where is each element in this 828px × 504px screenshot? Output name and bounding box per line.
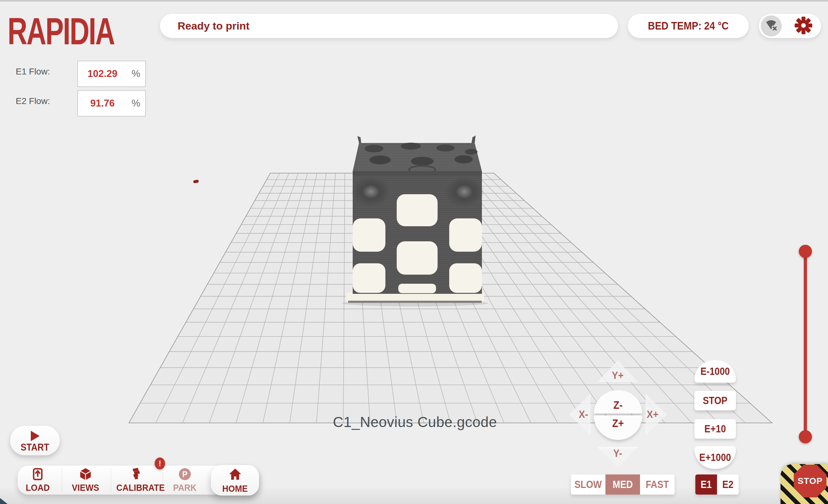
extrude-minus-1000-label: E-1000: [700, 366, 730, 377]
calibrate-label: CALIBRATE: [116, 482, 165, 493]
views-button[interactable]: VIEWS: [66, 466, 105, 495]
park-label: PARK: [173, 482, 197, 493]
home-icon: [211, 468, 259, 481]
layer-slider-bottom-handle[interactable]: [799, 430, 812, 444]
layer-slider-track[interactable]: [804, 251, 807, 437]
extruder-e2-button[interactable]: E2: [717, 474, 739, 495]
calibrate-alert-badge: !: [155, 458, 165, 469]
play-icon: [31, 431, 40, 441]
load-button[interactable]: LOAD: [18, 466, 57, 495]
jog-z-minus-label: Z-: [613, 399, 622, 412]
home-button[interactable]: HOME: [211, 465, 259, 496]
jog-speed-selector: SLOW MED FAST: [571, 474, 674, 495]
extrude-stop-label: STOP: [703, 395, 728, 406]
speed-fast-button[interactable]: FAST: [640, 474, 674, 495]
speed-slow-label: SLOW: [575, 478, 602, 490]
extrude-plus-10-label: E+10: [704, 423, 726, 434]
speed-slow-button[interactable]: SLOW: [571, 474, 606, 495]
extrude-stop-button[interactable]: STOP: [694, 391, 736, 410]
load-label: LOAD: [26, 482, 50, 493]
jog-y-plus-label: Y+: [612, 370, 624, 381]
speed-fast-label: FAST: [646, 478, 669, 490]
jog-x-plus-label: X+: [647, 409, 659, 420]
start-label: START: [20, 442, 49, 453]
calibrate-icon: [116, 468, 155, 481]
extruder-e1-label: E1: [701, 478, 712, 490]
emergency-stop-label: STOP: [797, 476, 823, 486]
extruder-e2-label: E2: [722, 478, 733, 490]
start-button[interactable]: START: [10, 426, 60, 455]
extruder-e1-button[interactable]: E1: [695, 474, 717, 495]
toolbar-divider: [111, 468, 111, 492]
calibrate-button[interactable]: CALIBRATE: [116, 466, 155, 495]
extrude-plus-10-button[interactable]: E+10: [694, 419, 736, 438]
emergency-stop-button[interactable]: STOP: [794, 465, 826, 497]
toolbar-divider: [61, 468, 62, 492]
views-label: VIEWS: [72, 482, 99, 493]
extrude-plus-1000-label: E+1000: [699, 452, 731, 463]
parking-icon: P: [165, 468, 204, 481]
jog-y-minus-label: Y-: [613, 448, 622, 459]
speed-med-label: MED: [613, 478, 633, 490]
home-label: HOME: [222, 483, 248, 494]
loaded-file-name: C1_Neovius Cube.gcode: [299, 414, 531, 430]
speed-med-button[interactable]: MED: [606, 474, 640, 495]
jog-z-plus-label: Z+: [612, 417, 624, 430]
emergency-stop-area: STOP: [781, 464, 828, 504]
svg-text:P: P: [182, 470, 188, 478]
extruder-selector: E1 E2: [695, 474, 739, 495]
rapidia-printer-ui: RAPIDIA Ready to print BED TEMP: 24 °C: [0, 0, 828, 504]
park-button[interactable]: P PARK: [165, 466, 204, 495]
layer-slider-top-handle[interactable]: [799, 245, 812, 258]
printed-model-neovius-cube[interactable]: [341, 133, 489, 306]
cube-icon: [66, 468, 105, 481]
upload-icon: [18, 468, 57, 481]
jog-x-minus-label: X-: [579, 409, 588, 420]
